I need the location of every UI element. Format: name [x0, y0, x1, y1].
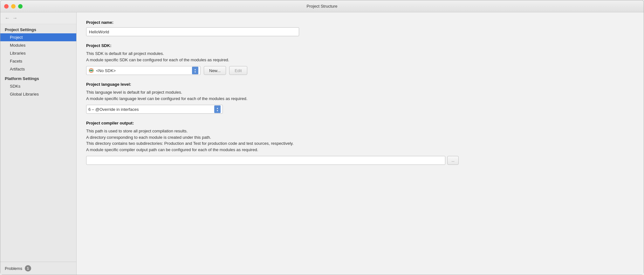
- project-settings-header: Project Settings: [0, 24, 76, 33]
- project-compiler-output-label: Project compiler output:: [86, 121, 634, 125]
- project-sdk-label: Project SDK:: [86, 43, 634, 48]
- window-controls: [4, 4, 23, 9]
- sidebar: ← → Project Settings Project Modules Lib…: [0, 12, 77, 275]
- sidebar-item-artifacts[interactable]: Artifacts: [0, 65, 76, 73]
- sdk-dropdown-arrow: ▲ ▼: [192, 67, 198, 74]
- sidebar-item-sdks[interactable]: SDKs: [0, 82, 76, 90]
- language-level-value: 6 – @Override in interfaces: [88, 107, 212, 112]
- project-name-section: Project name:: [86, 20, 634, 36]
- sdk-icon: [88, 68, 94, 73]
- language-dropdown-arrow: ▲ ▼: [214, 105, 221, 113]
- project-name-input[interactable]: [86, 27, 299, 36]
- platform-settings-header: Platform Settings: [0, 73, 76, 82]
- language-level-dropdown[interactable]: 6 – @Override in interfaces ▲ ▼: [86, 105, 223, 114]
- project-sdk-section: Project SDK: This SDK is default for all…: [86, 43, 634, 75]
- main-window: Project Structure ← → Project Settings P…: [0, 0, 644, 275]
- lang-level-desc: This language level is default for all p…: [86, 89, 634, 102]
- sdk-value: <No SDK>: [96, 68, 190, 73]
- project-name-label: Project name:: [86, 20, 634, 25]
- sidebar-item-project[interactable]: Project: [0, 33, 76, 41]
- compiler-output-input[interactable]: [86, 156, 445, 165]
- nav-arrows: ← →: [0, 12, 76, 24]
- forward-arrow[interactable]: →: [12, 16, 17, 21]
- sidebar-item-global-libraries[interactable]: Global Libraries: [0, 90, 76, 98]
- sidebar-item-modules[interactable]: Modules: [0, 41, 76, 49]
- project-compiler-output-section: Project compiler output: This path is us…: [86, 121, 634, 165]
- minimize-button[interactable]: [11, 4, 16, 9]
- problems-label: Problems: [5, 266, 22, 271]
- compiler-browse-button[interactable]: ...: [447, 156, 459, 165]
- project-language-level-label: Project language level:: [86, 82, 634, 87]
- title-bar: Project Structure: [0, 0, 644, 12]
- sdk-row: <No SDK> ▲ ▼ New... Edit: [86, 66, 634, 75]
- project-language-level-section: Project language level: This language le…: [86, 82, 634, 114]
- sdk-dropdown[interactable]: <No SDK> ▲ ▼: [86, 66, 201, 75]
- problems-section[interactable]: Problems 1: [0, 262, 76, 275]
- sdk-edit-button[interactable]: Edit: [229, 66, 247, 75]
- compiler-output-desc: This path is used to store all project c…: [86, 128, 634, 153]
- close-button[interactable]: [4, 4, 9, 9]
- window-title: Project Structure: [307, 4, 338, 9]
- sidebar-item-facets[interactable]: Facets: [0, 57, 76, 65]
- sidebar-item-libraries[interactable]: Libraries: [0, 49, 76, 57]
- sdk-new-button[interactable]: New...: [204, 66, 226, 75]
- back-arrow[interactable]: ←: [5, 16, 10, 21]
- maximize-button[interactable]: [18, 4, 23, 9]
- svg-rect-3: [89, 70, 93, 71]
- main-content: ← → Project Settings Project Modules Lib…: [0, 12, 644, 275]
- problems-badge: 1: [25, 265, 31, 272]
- sdk-desc1: This SDK is default for all project modu…: [86, 50, 634, 63]
- main-panel: Project name: Project SDK: This SDK is d…: [77, 12, 644, 275]
- compiler-output-row: ...: [86, 156, 634, 165]
